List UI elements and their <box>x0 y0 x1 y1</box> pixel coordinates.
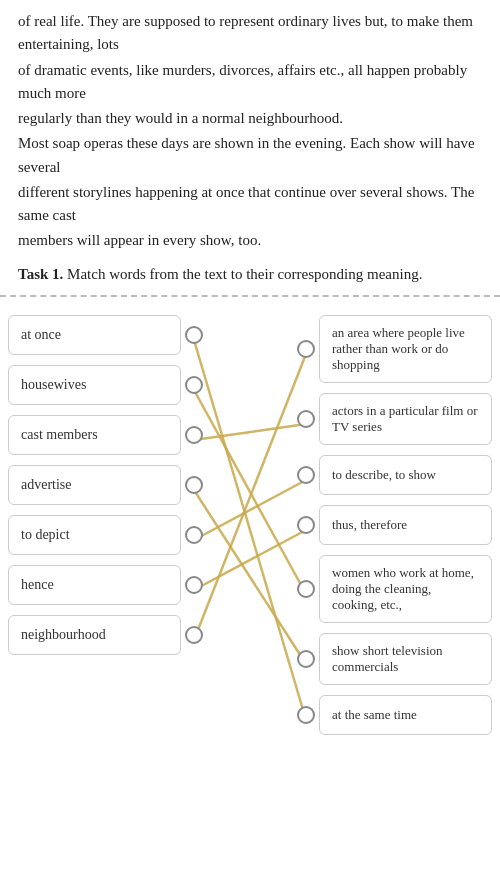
task-text: Match words from the text to their corre… <box>67 266 422 282</box>
left-circle-cast_members <box>185 426 203 444</box>
task-instruction: Task 1. Match words from the text to the… <box>18 263 482 286</box>
left-word-box: neighbourhood <box>8 615 181 655</box>
right-def-box: actors in a particular film or TV series <box>319 393 492 445</box>
right-def-box: thus, therefore <box>319 505 492 545</box>
para-1: of real life. They are supposed to repre… <box>18 10 482 57</box>
left-word-box: cast members <box>8 415 181 455</box>
left-word-box: hence <box>8 565 181 605</box>
right-item-def_area: an area where people live rather than wo… <box>297 315 492 383</box>
right-circle-def_area <box>297 340 315 358</box>
left-circle-advertise <box>185 476 203 494</box>
right-item-def_actors: actors in a particular film or TV series <box>297 393 492 445</box>
right-item-def_describe: to describe, to show <box>297 455 492 495</box>
task-label: Task 1. <box>18 266 63 282</box>
para-2: of dramatic events, like murders, divorc… <box>18 59 482 106</box>
right-def-box: an area where people live rather than wo… <box>319 315 492 383</box>
text-block: of real life. They are supposed to repre… <box>0 0 500 253</box>
svg-line-1 <box>194 390 306 594</box>
svg-line-5 <box>194 530 306 590</box>
right-item-def_same_time: at the same time <box>297 695 492 735</box>
svg-line-3 <box>194 490 306 664</box>
left-item-advertise: advertise <box>8 465 203 505</box>
right-circle-def_women <box>297 580 315 598</box>
left-circle-housewives <box>185 376 203 394</box>
left-item-cast_members: cast members <box>8 415 203 455</box>
svg-line-2 <box>194 424 306 440</box>
left-circle-at_once <box>185 326 203 344</box>
right-circle-def_thus <box>297 516 315 534</box>
right-circle-def_same_time <box>297 706 315 724</box>
right-def-box: women who work at home, doing the cleani… <box>319 555 492 623</box>
para-5: different storylines happening at once t… <box>18 181 482 228</box>
divider <box>0 295 500 297</box>
left-word-box: to depict <box>8 515 181 555</box>
para-4: Most soap operas these days are shown in… <box>18 132 482 179</box>
right-def-box: show short television commercials <box>319 633 492 685</box>
left-circle-neighbourhood <box>185 626 203 644</box>
right-def-box: at the same time <box>319 695 492 735</box>
left-word-box: housewives <box>8 365 181 405</box>
para-3: regularly than they would in a normal ne… <box>18 107 482 130</box>
left-circle-to_depict <box>185 526 203 544</box>
right-circle-def_actors <box>297 410 315 428</box>
left-circle-hence <box>185 576 203 594</box>
left-word-box: advertise <box>8 465 181 505</box>
left-item-at_once: at once <box>8 315 203 355</box>
para-6: members will appear in every show, too. <box>18 229 482 252</box>
left-item-neighbourhood: neighbourhood <box>8 615 203 655</box>
right-item-def_commercials: show short television commercials <box>297 633 492 685</box>
left-item-hence: hence <box>8 565 203 605</box>
left-item-to_depict: to depict <box>8 515 203 555</box>
right-item-def_thus: thus, therefore <box>297 505 492 545</box>
left-column: at oncehousewivescast membersadvertiseto… <box>8 307 203 663</box>
left-item-housewives: housewives <box>8 365 203 405</box>
right-circle-def_commercials <box>297 650 315 668</box>
left-word-box: at once <box>8 315 181 355</box>
right-item-def_women: women who work at home, doing the cleani… <box>297 555 492 623</box>
right-column: an area where people live rather than wo… <box>297 307 492 743</box>
right-circle-def_describe <box>297 466 315 484</box>
right-def-box: to describe, to show <box>319 455 492 495</box>
